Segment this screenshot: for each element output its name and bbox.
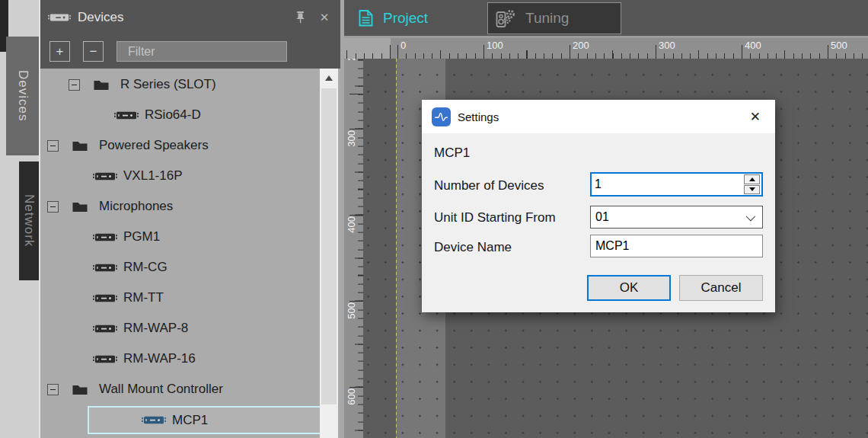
collapse-toggle[interactable] <box>47 140 59 152</box>
tuning-icon <box>496 8 516 28</box>
spin-down-button[interactable] <box>744 185 760 195</box>
document-icon <box>358 9 374 27</box>
dialog-titlebar[interactable]: Settings ✕ <box>422 100 775 133</box>
tree-item-rm-wap-8[interactable]: RM-WAP-8 <box>40 313 322 344</box>
tree-item-powered-speakers[interactable]: Powered Speakers <box>40 130 322 161</box>
devices-panel-icon <box>48 12 71 23</box>
device-name-label: Device Name <box>434 240 512 255</box>
tree-item-rm-tt[interactable]: RM-TT <box>40 283 322 313</box>
tree-item-rm-cg[interactable]: RM-CG <box>40 252 322 283</box>
devices-panel-header: Devices ✕ <box>40 0 340 34</box>
device-icon <box>93 232 117 243</box>
tree-item-label: PGM1 <box>123 229 160 245</box>
device-name-input[interactable] <box>591 235 762 257</box>
tree-item-label: VXL1-16P <box>123 168 183 184</box>
expand-all-button[interactable]: + <box>49 41 70 62</box>
filter-input[interactable] <box>126 44 287 59</box>
v-ruler-label: 600 <box>346 388 357 405</box>
tab-tuning[interactable]: Tuning <box>487 2 621 34</box>
number-of-devices-spinner <box>590 172 763 197</box>
v-ruler-label: 400 <box>346 216 357 233</box>
h-ruler-label: 100 <box>487 40 503 51</box>
h-ruler-label: 0 <box>400 40 406 51</box>
sidebar-tab-network[interactable]: Network <box>19 161 39 280</box>
dialog-body: MCP1 Number of Devices Unit ID Starting … <box>422 133 775 312</box>
tree-item-vxl1-16p[interactable]: VXL1-16P <box>40 161 322 191</box>
folder-icon <box>72 140 88 152</box>
h-ruler-label: 300 <box>659 40 675 51</box>
v-ruler-label: 500 <box>346 302 357 319</box>
tree-item-rm-wap-16[interactable]: RM-WAP-16 <box>40 344 322 374</box>
pin-icon[interactable] <box>292 9 308 26</box>
tree-item-label: RM-TT <box>123 290 164 305</box>
tree-item-label: Wall Mount Controller <box>99 382 223 397</box>
collapse-all-button[interactable]: − <box>83 41 104 62</box>
filter-toolbar: + − <box>40 34 340 69</box>
device-icon <box>93 353 117 365</box>
device-icon <box>93 171 117 182</box>
unit-id-value: 01 <box>591 210 746 224</box>
scroll-up-arrow[interactable] <box>320 72 338 84</box>
unit-id-label: Unit ID Starting From <box>434 210 556 225</box>
spin-up-button[interactable] <box>744 174 760 184</box>
panel-title: Devices <box>78 10 123 25</box>
dialog-close-icon[interactable]: ✕ <box>745 107 765 126</box>
device-icon <box>142 414 166 426</box>
tree-item-mcp1[interactable]: MCP1 <box>88 406 322 434</box>
tree-item-rsio64-d[interactable]: RSio64-D <box>40 100 322 130</box>
collapse-toggle[interactable] <box>47 201 59 213</box>
folder-icon <box>72 201 88 213</box>
dialog-title: Settings <box>458 110 745 123</box>
app-window: Devices Network Devices ✕ + − <box>0 0 868 438</box>
number-of-devices-input[interactable] <box>592 177 742 192</box>
tree-item-pgm1[interactable]: PGM1 <box>40 222 322 252</box>
tree-item-label: Microphones <box>99 199 173 214</box>
tree-item-label: R Series (SLOT) <box>120 77 216 92</box>
device-name-field <box>590 235 763 257</box>
v-ruler-label: 300 <box>346 130 357 147</box>
settings-dialog: Settings ✕ MCP1 Number of Devices Unit I… <box>422 100 775 312</box>
panel-close-icon[interactable]: ✕ <box>316 9 333 26</box>
h-ruler-label: 200 <box>573 40 589 51</box>
cancel-button[interactable]: Cancel <box>679 275 763 301</box>
sidebar-tab-devices-label: Devices <box>15 70 30 121</box>
tree-item-wall-mount-controller[interactable]: Wall Mount Controller <box>40 374 322 404</box>
scrollbar-thumb[interactable] <box>321 88 337 404</box>
tree-item-r-series-slot-[interactable]: R Series (SLOT) <box>40 69 322 100</box>
tree-scrollbar[interactable] <box>320 69 338 438</box>
collapse-toggle[interactable] <box>47 384 59 395</box>
dialog-device-label: MCP1 <box>434 145 470 161</box>
vertical-ruler: 200300400500600 <box>344 59 363 438</box>
tree-item-label: RM-WAP-16 <box>123 351 196 366</box>
ok-button[interactable]: OK <box>587 275 671 301</box>
tree-item-label: RSio64-D <box>145 107 201 123</box>
tab-tuning-label: Tuning <box>525 10 569 27</box>
device-icon <box>93 323 117 334</box>
tree-item-label: MCP1 <box>172 413 208 428</box>
collapse-toggle[interactable] <box>69 79 80 91</box>
device-icon <box>93 262 117 273</box>
settings-icon <box>432 107 451 126</box>
sidebar-tab-devices[interactable]: Devices <box>6 37 39 155</box>
sidebar-tab-network-label: Network <box>21 194 37 247</box>
tree-item-label: RM-WAP-8 <box>123 321 188 336</box>
v-ruler-label: 200 <box>346 59 357 61</box>
device-tree: R Series (SLOT) RSio64-D Powered Speaker… <box>40 69 322 438</box>
device-icon <box>114 110 139 121</box>
unit-id-select[interactable]: 01 <box>590 206 763 229</box>
number-of-devices-label: Number of Devices <box>434 178 544 193</box>
folder-icon <box>94 79 109 91</box>
canvas-origin-line <box>396 59 397 438</box>
devices-panel: Devices ✕ + − R Series (SLOT) RSio6 <box>40 0 340 438</box>
h-ruler-label: 500 <box>831 40 847 51</box>
tree-item-label: RM-CG <box>123 260 168 275</box>
chevron-down-icon <box>746 211 756 221</box>
tree-item-microphones[interactable]: Microphones <box>40 191 322 222</box>
tab-project-label: Project <box>383 10 428 27</box>
folder-icon <box>72 384 88 395</box>
tab-project[interactable]: Project <box>346 0 486 36</box>
device-icon <box>93 293 117 304</box>
filter-search-box[interactable] <box>116 41 287 62</box>
tree-item-label: Powered Speakers <box>99 138 209 153</box>
workspace-tabbar: Project Tuning <box>344 0 868 36</box>
